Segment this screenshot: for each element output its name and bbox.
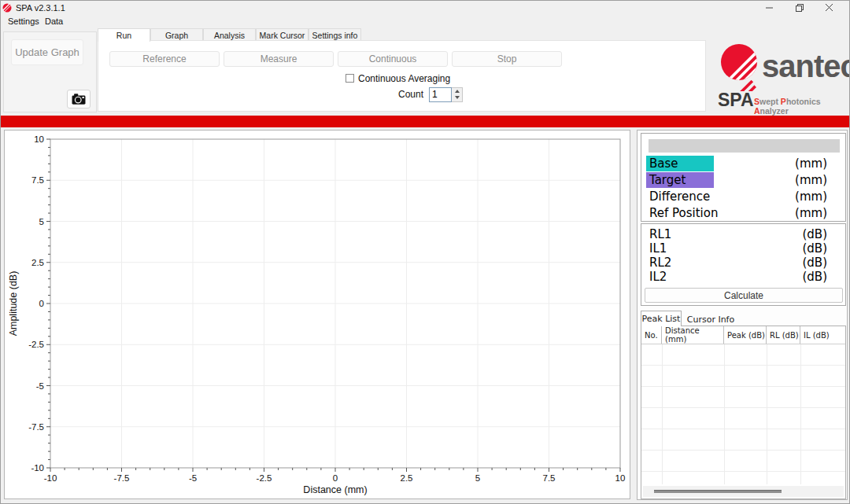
accent-bar	[1, 116, 850, 127]
menu-bar: Settings Data	[1, 15, 849, 27]
minimize-button[interactable]	[756, 1, 783, 15]
app-window: SPA v2.3.1.1 Settings Data Update Graph	[0, 0, 850, 504]
svg-text:-7.5: -7.5	[114, 473, 130, 483]
rl1-row: RL1 (dB)	[641, 227, 845, 241]
measurement-panel: Base (mm) Target (mm) Difference (mm) Re…	[637, 130, 848, 500]
minimize-icon	[766, 4, 774, 12]
menu-settings[interactable]: Settings	[5, 16, 42, 27]
close-icon	[826, 4, 833, 12]
continuous-averaging-row: Continuous Averaging	[346, 73, 450, 83]
difference-label: Difference	[646, 189, 714, 204]
svg-text:-2.5: -2.5	[28, 340, 44, 349]
reference-button[interactable]: Reference	[109, 51, 220, 67]
rl2-row: RL2 (dB)	[641, 256, 845, 270]
column-header-distance: Distance (mm)	[662, 326, 724, 344]
calculate-button[interactable]: Calculate	[645, 288, 843, 303]
target-label: Target	[646, 172, 714, 188]
svg-text:7.5: 7.5	[543, 473, 556, 483]
ref-position-row: Ref Position (mm)	[641, 205, 845, 222]
count-input[interactable]	[429, 87, 452, 102]
tab-settings-info[interactable]: Settings info	[309, 28, 361, 41]
ref-position-label: Ref Position	[646, 205, 718, 221]
svg-text:-7.5: -7.5	[28, 422, 44, 432]
table-row	[641, 451, 845, 472]
product-text: SPA	[718, 90, 754, 111]
scrollbar-thumb[interactable]	[654, 490, 782, 493]
count-spinner-down[interactable]	[452, 94, 462, 101]
tab-graph[interactable]: Graph	[150, 28, 203, 41]
svg-text:-5: -5	[189, 473, 197, 483]
menu-data[interactable]: Data	[42, 16, 66, 27]
base-label: Base	[646, 156, 714, 171]
difference-unit: (mm)	[795, 189, 827, 204]
svg-text:0: 0	[333, 473, 338, 483]
restore-icon	[796, 4, 804, 12]
peak-table-body	[641, 344, 845, 484]
svg-text:-10: -10	[44, 473, 57, 483]
maximize-button[interactable]	[786, 1, 813, 15]
stop-button[interactable]: Stop	[452, 51, 562, 67]
table-row	[641, 408, 845, 429]
svg-text:5: 5	[39, 217, 44, 226]
tagline-text: Swept Photonics Analyzer	[754, 97, 847, 116]
svg-text:2.5: 2.5	[401, 473, 413, 483]
il2-unit: (dB)	[802, 270, 827, 284]
svg-text:0: 0	[39, 299, 44, 308]
continuous-averaging-label: Continuous Averaging	[358, 73, 450, 84]
table-row	[641, 387, 845, 408]
app-icon	[2, 3, 12, 13]
camera-icon	[72, 94, 86, 105]
continuous-averaging-checkbox[interactable]	[346, 74, 354, 83]
peak-table-header: No. Distance (mm) Peak (dB) RL (dB) IL (…	[641, 326, 845, 344]
base-row: Base (mm)	[641, 156, 845, 172]
svg-text:2.5: 2.5	[31, 258, 44, 267]
horizontal-scrollbar[interactable]	[643, 486, 844, 497]
count-row: Count	[398, 86, 463, 102]
brand-text: santec	[762, 49, 850, 84]
svg-text:7.5: 7.5	[31, 175, 44, 185]
tab-cursor-info[interactable]: Cursor Info	[683, 312, 738, 326]
table-row	[641, 366, 845, 387]
il1-unit: (dB)	[802, 241, 827, 256]
control-panel: Update Graph	[3, 31, 97, 112]
table-row	[641, 344, 845, 366]
continuous-button[interactable]: Continuous	[338, 51, 448, 67]
base-unit: (mm)	[795, 156, 827, 171]
window-title: SPA v2.3.1.1	[16, 3, 65, 13]
column-divider	[662, 344, 663, 484]
chart-panel: -10-7.5-5-2.502.557.510107.552.50-2.5-5-…	[4, 130, 630, 499]
window-titlebar: SPA v2.3.1.1	[1, 1, 849, 15]
tab-mark-cursor[interactable]: Mark Cursor	[256, 28, 309, 41]
spinner-down-icon	[455, 96, 460, 99]
rl1-unit: (dB)	[802, 227, 827, 241]
difference-row: Difference (mm)	[641, 189, 845, 205]
column-divider	[767, 344, 767, 484]
update-graph-button[interactable]: Update Graph	[11, 39, 83, 65]
svg-text:-2.5: -2.5	[257, 473, 272, 483]
il2-label: IL2	[649, 270, 667, 284]
amplitude-distance-chart: -10-7.5-5-2.502.557.510107.552.50-2.5-5-…	[5, 131, 630, 498]
count-spinner-up[interactable]	[452, 88, 462, 95]
column-header-rl: RL (dB)	[767, 326, 800, 344]
tab-peak-list[interactable]: Peak List	[641, 311, 682, 326]
run-tab-panel: Reference Measure Continuous Stop Contin…	[98, 40, 706, 112]
position-box: Base (mm) Target (mm) Difference (mm) Re…	[641, 133, 846, 222]
target-unit: (mm)	[795, 172, 827, 188]
target-row: Target (mm)	[641, 172, 845, 189]
tab-strip: Run Graph Analysis Mark Cursor Settings …	[98, 28, 361, 41]
measure-button[interactable]: Measure	[224, 51, 334, 67]
column-divider	[724, 344, 725, 484]
santec-ball-icon	[713, 42, 760, 91]
tab-analysis[interactable]: Analysis	[203, 28, 256, 41]
camera-button[interactable]	[67, 90, 91, 109]
svg-text:-5: -5	[36, 381, 44, 391]
ref-position-unit: (mm)	[795, 205, 827, 221]
rl2-unit: (dB)	[802, 256, 827, 270]
il2-row: IL2 (dB)	[641, 270, 845, 284]
close-button[interactable]	[816, 1, 843, 15]
svg-text:5: 5	[475, 473, 480, 483]
rl2-label: RL2	[649, 256, 671, 270]
tab-run[interactable]: Run	[98, 28, 150, 42]
svg-text:10: 10	[615, 473, 626, 483]
peak-list-table: No. Distance (mm) Peak (dB) RL (dB) IL (…	[641, 326, 846, 499]
